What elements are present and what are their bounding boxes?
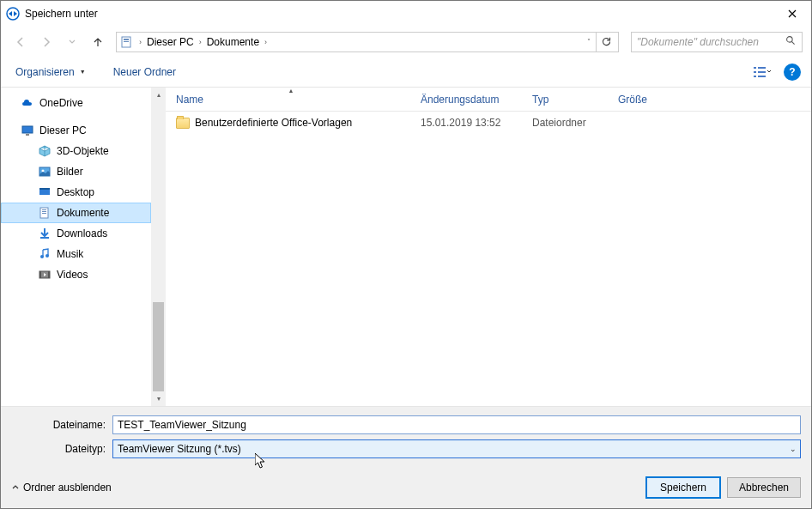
sidebar: OneDrive Dieser PC 3D-Objekte Bilder Des… [1, 88, 151, 406]
address-dropdown[interactable]: ˅ [582, 38, 596, 45]
filename-input[interactable] [112, 415, 801, 434]
header-size[interactable]: Größe [611, 88, 680, 111]
video-icon [38, 268, 52, 282]
help-button[interactable]: ? [784, 64, 801, 81]
app-icon [6, 7, 20, 21]
cloud-icon [21, 96, 34, 110]
sidebar-item-onedrive[interactable]: OneDrive [1, 93, 151, 113]
hide-folders-label: Ordner ausblenden [23, 482, 112, 494]
svg-rect-25 [39, 271, 41, 278]
svg-rect-6 [758, 67, 766, 69]
location-icon [120, 35, 134, 49]
scroll-up-icon: ▴ [151, 88, 166, 102]
sidebar-item-3d[interactable]: 3D-Objekte [1, 141, 151, 161]
chevron-down-icon: ▼ [80, 69, 86, 75]
music-icon [38, 247, 52, 261]
recent-dropdown[interactable] [61, 31, 83, 53]
close-button[interactable] [773, 1, 811, 27]
hide-folders-button[interactable]: Ordner ausblenden [11, 482, 112, 494]
scroll-down-icon: ▾ [151, 391, 166, 406]
header-type[interactable]: Typ [525, 88, 611, 111]
svg-rect-2 [124, 39, 129, 40]
forward-button[interactable] [35, 31, 58, 53]
arrow-up-icon [91, 35, 105, 49]
sidebar-item-label: Bilder [57, 166, 83, 178]
column-headers: ▲ Name Änderungsdatum Typ Größe [166, 88, 811, 112]
filetype-select[interactable]: TeamViewer Sitzung (*.tvs) ⌄ [112, 439, 801, 458]
chevron-down-icon [69, 39, 76, 45]
nav-row: › Dieser PC › Dokumente › ˅ "Dokumente" … [1, 27, 811, 57]
document-icon [38, 206, 52, 220]
svg-rect-20 [42, 213, 46, 214]
sidebar-item-videos[interactable]: Videos [1, 264, 151, 285]
filename-label: Dateiname: [11, 419, 106, 431]
list-item[interactable]: Benutzerdefinierte Office-Vorlagen 15.01… [166, 112, 811, 134]
filetype-value: TeamViewer Sitzung (*.tvs) [118, 443, 241, 455]
new-folder-label: Neuer Ordner [113, 66, 176, 78]
chevron-right-icon: › [136, 38, 145, 46]
save-as-dialog: Speichern unter › Dieser PC › Dokumente … [0, 0, 812, 509]
filetype-label: Dateityp: [11, 443, 106, 455]
sidebar-item-desktop[interactable]: Desktop [1, 182, 151, 203]
svg-point-4 [787, 36, 793, 42]
svg-rect-10 [758, 76, 766, 77]
arrow-right-icon [39, 35, 53, 49]
search-input[interactable]: "Dokumente" durchsuchen [631, 32, 803, 52]
sidebar-item-pictures[interactable]: Bilder [1, 161, 151, 182]
file-name: Benutzerdefinierte Office-Vorlagen [195, 117, 352, 129]
svg-rect-18 [42, 209, 46, 210]
bottom-panel: Dateiname: Dateityp: TeamViewer Sitzung … [1, 406, 811, 508]
scrollbar-thumb[interactable] [153, 302, 164, 397]
sidebar-item-label: Videos [57, 269, 88, 281]
svg-rect-7 [754, 71, 756, 73]
organize-button[interactable]: Organisieren ▼ [11, 59, 90, 85]
file-modified: 15.01.2019 13:52 [414, 117, 525, 129]
breadcrumb-root[interactable]: Dieser PC [145, 33, 196, 52]
header-modified[interactable]: Änderungsdatum [414, 88, 525, 111]
svg-rect-26 [48, 271, 50, 278]
back-button[interactable] [9, 31, 32, 53]
sidebar-item-downloads[interactable]: Downloads [1, 223, 151, 244]
svg-point-22 [40, 255, 44, 258]
sidebar-item-label: Desktop [57, 186, 94, 198]
header-name[interactable]: ▲ Name [169, 88, 414, 111]
breadcrumb-current[interactable]: Dokumente [205, 33, 261, 52]
save-button[interactable]: Speichern [646, 477, 720, 498]
sidebar-item-documents[interactable]: Dokumente [1, 203, 151, 223]
svg-rect-12 [26, 134, 29, 136]
images-icon [38, 165, 52, 179]
help-icon: ? [789, 66, 795, 78]
file-type: Dateiordner [525, 117, 611, 129]
address-bar[interactable]: › Dieser PC › Dokumente › ˅ [116, 32, 619, 52]
svg-rect-19 [42, 211, 46, 212]
svg-rect-3 [124, 41, 129, 42]
folder-icon [176, 118, 190, 129]
refresh-icon [601, 36, 612, 47]
sidebar-item-pc[interactable]: Dieser PC [1, 120, 151, 141]
sidebar-item-label: Dieser PC [39, 124, 87, 136]
new-folder-button[interactable]: Neuer Ordner [109, 59, 180, 85]
chevron-right-icon: › [196, 38, 205, 46]
search-placeholder: "Dokumente" durchsuchen [637, 36, 759, 48]
sidebar-item-music[interactable]: Musik [1, 244, 151, 264]
cancel-button[interactable]: Abbrechen [727, 477, 801, 498]
svg-rect-11 [22, 126, 33, 133]
sidebar-item-label: Musik [57, 248, 83, 260]
refresh-button[interactable] [596, 33, 616, 52]
dialog-title: Speichern unter [25, 8, 98, 20]
search-icon [785, 35, 797, 49]
view-icon [754, 66, 771, 78]
file-list: ▲ Name Änderungsdatum Typ Größe Benutzer… [166, 88, 811, 406]
monitor-icon [21, 124, 34, 137]
close-icon [788, 9, 797, 18]
cube-icon [38, 144, 52, 158]
arrow-left-icon [14, 35, 27, 49]
body: OneDrive Dieser PC 3D-Objekte Bilder Des… [1, 88, 811, 406]
view-button[interactable] [748, 62, 777, 82]
sidebar-scrollbar[interactable]: ▴ ▾ [151, 88, 166, 406]
sidebar-item-label: 3D-Objekte [57, 145, 109, 157]
sidebar-item-label: OneDrive [39, 97, 83, 109]
chevron-down-icon: ⌄ [790, 445, 797, 453]
up-button[interactable] [87, 31, 109, 53]
sort-asc-icon: ▲ [288, 88, 294, 94]
